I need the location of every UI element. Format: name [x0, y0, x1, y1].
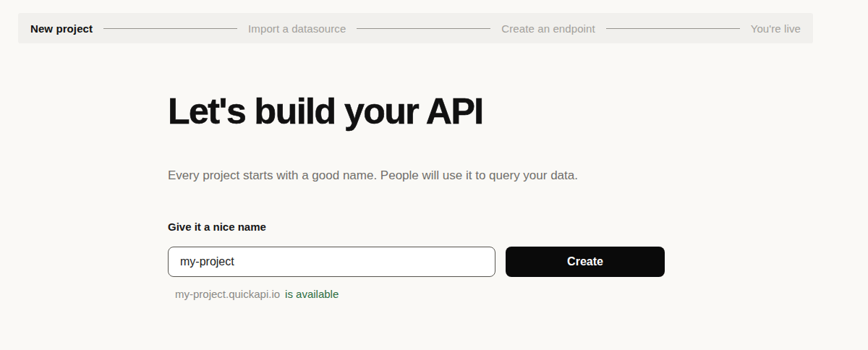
- stepper-step-import-datasource: Import a datasource: [248, 22, 346, 35]
- stepper-connector: [357, 28, 490, 29]
- stepper-step-create-endpoint: Create an endpoint: [501, 22, 595, 35]
- stepper-step-new-project: New project: [30, 22, 93, 35]
- stepper-connector: [606, 28, 740, 29]
- project-name-form-row: Create: [168, 247, 868, 277]
- project-domain-text: my-project.quickapi.io: [175, 288, 280, 300]
- availability-message: my-project.quickapi.iois available: [175, 288, 868, 300]
- create-button[interactable]: Create: [506, 247, 665, 277]
- stepper-connector: [103, 28, 237, 29]
- page-title: Let's build your API: [168, 91, 868, 132]
- project-name-label: Give it a nice name: [168, 221, 868, 233]
- availability-status-text: is available: [285, 288, 339, 300]
- project-name-input[interactable]: [168, 247, 495, 277]
- stepper-step-youre-live: You're live: [751, 22, 801, 35]
- page-subtitle: Every project starts with a good name. P…: [168, 168, 868, 184]
- wizard-stepper: New project Import a datasource Create a…: [18, 13, 813, 43]
- main-content: Let's build your API Every project start…: [0, 43, 868, 300]
